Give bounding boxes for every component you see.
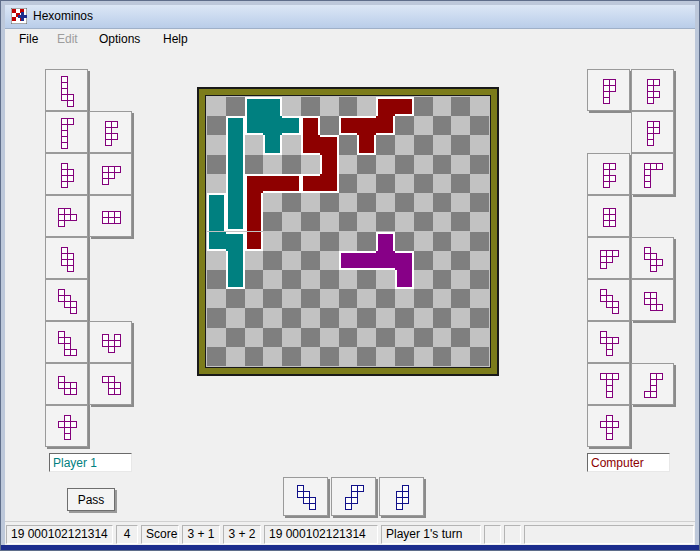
left-piece-button-12[interactable]	[89, 363, 132, 405]
placed-piece-cell-red	[245, 212, 264, 231]
piece-icon-square	[603, 97, 610, 104]
board-cell	[451, 212, 470, 231]
board-cell	[470, 328, 489, 347]
menu-item-edit: Edit	[51, 30, 97, 49]
left-piece-button-0[interactable]	[45, 69, 88, 111]
board-inner-frame	[205, 95, 491, 368]
left-piece-button-9[interactable]	[45, 321, 88, 363]
right-piece-button-8[interactable]	[587, 279, 630, 321]
left-piece-button-10[interactable]	[89, 321, 132, 363]
pass-button[interactable]: Pass	[67, 488, 115, 511]
piece-icon-square	[612, 307, 619, 314]
board-cell	[301, 347, 320, 366]
right-piece-button-2[interactable]	[631, 111, 674, 153]
board-cell	[301, 212, 320, 231]
left-piece-button-13[interactable]	[45, 405, 88, 447]
board-grid[interactable]	[207, 97, 489, 366]
board-cell	[339, 328, 358, 347]
right-piece-button-7[interactable]	[631, 237, 674, 279]
left-piece-button-1[interactable]	[45, 111, 88, 153]
app-icon	[11, 8, 27, 24]
board-cell	[357, 308, 376, 327]
board-cell	[245, 289, 264, 308]
piece-icon-square	[656, 259, 663, 266]
status-panel-6: Player 1's turn	[381, 525, 481, 544]
right-piece-button-10[interactable]	[587, 321, 630, 363]
board-cell	[470, 232, 489, 251]
board-cell	[433, 232, 452, 251]
placed-piece-cell-purple	[376, 232, 395, 251]
placed-piece-cell-teal	[263, 97, 282, 116]
board-cell	[226, 308, 245, 327]
piece-icon-square	[345, 503, 352, 510]
right-piece-button-5[interactable]	[587, 195, 630, 237]
title-bar[interactable]: Hexominos	[4, 4, 698, 29]
window-frame-bottom	[1, 545, 699, 550]
board-cell	[226, 328, 245, 347]
left-piece-button-5[interactable]	[45, 195, 88, 237]
board-cell	[451, 193, 470, 212]
piece-icon-square	[653, 91, 660, 98]
player-name-field[interactable]	[49, 453, 132, 472]
board-cell	[320, 308, 339, 327]
tray-piece-button-2[interactable]	[379, 477, 424, 516]
left-piece-button-3[interactable]	[45, 153, 88, 195]
board-cell	[207, 308, 226, 327]
board-cell	[433, 289, 452, 308]
computer-name-field[interactable]	[587, 453, 670, 472]
board-cell	[263, 270, 282, 289]
board-cell	[301, 155, 320, 174]
board-cell	[451, 328, 470, 347]
left-piece-button-6[interactable]	[89, 195, 132, 237]
placed-piece-cell-teal	[226, 270, 245, 289]
board-cell	[301, 251, 320, 270]
right-piece-button-3[interactable]	[587, 153, 630, 195]
board-cell	[357, 232, 376, 251]
right-piece-button-0[interactable]	[587, 69, 630, 111]
board-cell	[282, 328, 301, 347]
board-cell	[320, 270, 339, 289]
piece-icon-square	[612, 250, 619, 257]
left-piece-button-2[interactable]	[89, 111, 132, 153]
board-cell	[414, 328, 433, 347]
placed-piece-cell-teal	[226, 174, 245, 193]
right-piece-button-13[interactable]	[587, 405, 630, 447]
board-cell	[357, 289, 376, 308]
left-piece-button-4[interactable]	[89, 153, 132, 195]
placed-piece-cell-red	[357, 116, 376, 135]
menu-bar: FileEditOptionsHelp	[5, 29, 697, 51]
piece-icon-square	[61, 181, 68, 188]
board-cell	[339, 174, 358, 193]
board-cell	[376, 212, 395, 231]
piece-icon-square	[606, 349, 613, 356]
right-piece-button-6[interactable]	[587, 237, 630, 279]
board-cell	[282, 97, 301, 116]
board-cell	[245, 251, 264, 270]
piece-icon-square	[650, 391, 657, 398]
board-cell	[414, 212, 433, 231]
tray-piece-button-1[interactable]	[331, 477, 376, 516]
right-piece-button-1[interactable]	[631, 69, 674, 111]
piece-icon-square	[606, 391, 613, 398]
game-board[interactable]	[197, 87, 499, 376]
board-cell	[263, 155, 282, 174]
menu-item-help[interactable]: Help	[157, 30, 207, 49]
left-piece-button-7[interactable]	[45, 237, 88, 279]
right-piece-button-11[interactable]	[587, 363, 630, 405]
menu-item-options[interactable]: Options	[93, 30, 159, 49]
right-piece-button-9[interactable]	[631, 279, 674, 321]
board-cell	[207, 174, 226, 193]
board-cell	[301, 97, 320, 116]
status-panel-9	[524, 525, 694, 544]
tray-piece-button-0[interactable]	[283, 477, 328, 516]
board-cell	[263, 289, 282, 308]
right-piece-button-4[interactable]	[631, 153, 674, 195]
board-cell	[433, 193, 452, 212]
right-piece-button-12[interactable]	[631, 363, 674, 405]
board-cell	[451, 155, 470, 174]
left-piece-button-8[interactable]	[45, 279, 88, 321]
piece-icon-square	[609, 175, 616, 182]
left-piece-button-11[interactable]	[45, 363, 88, 405]
board-cell	[282, 232, 301, 251]
placed-piece-cell-teal	[207, 193, 226, 212]
